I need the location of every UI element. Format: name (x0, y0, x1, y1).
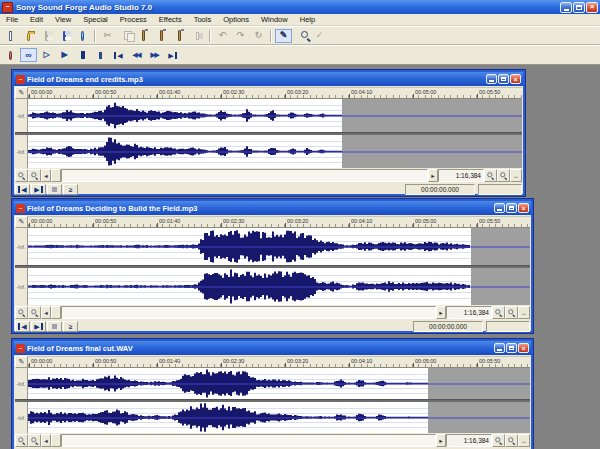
go-to-start-button[interactable]: ◀ (110, 48, 127, 62)
scroll-left-button[interactable]: ◄ (41, 169, 51, 182)
zoom-in-button[interactable] (505, 434, 518, 447)
apply-button[interactable]: ✓ (311, 29, 328, 43)
paste-special-button[interactable] (153, 29, 170, 43)
go-to-start-button[interactable]: ◀ (15, 321, 30, 332)
time-ruler[interactable]: 00:00:0000:00:5000:01:4000:02:3000:03:20… (28, 87, 522, 99)
save-file-button[interactable] (38, 29, 55, 43)
waveform-track[interactable] (28, 99, 522, 132)
loop-playback-button[interactable]: ∞ (20, 48, 37, 62)
forward-button[interactable]: ▶▶ (146, 48, 163, 62)
window-titlebar[interactable]: ~Field of Dreams Deciding to Build the F… (14, 201, 531, 215)
zoom-in-time-button[interactable] (28, 169, 41, 182)
zoom-out-button[interactable] (492, 306, 505, 319)
fit-width-button[interactable]: ↔ (510, 169, 522, 182)
app-titlebar[interactable]: ~ Sony Sound Forge Audio Studio 7.0 × (0, 0, 600, 14)
play-button[interactable]: ▶ (56, 48, 73, 62)
horizontal-scrollbar[interactable] (61, 434, 436, 447)
fit-width-button[interactable]: ↔ (518, 306, 530, 319)
zoom-ratio-display[interactable]: 1:16,384 (446, 306, 492, 319)
menu-help[interactable]: Help (294, 15, 321, 24)
scroll-right-button[interactable]: ► (428, 169, 438, 182)
menu-process[interactable]: Process (114, 15, 153, 24)
zoom-in-button[interactable] (497, 169, 510, 182)
minimize-button[interactable] (560, 2, 572, 13)
scrollbar-thumb[interactable] (51, 434, 61, 447)
go-to-end-button[interactable]: ▶ (31, 184, 46, 195)
rewind-button[interactable]: ◀◀ (128, 48, 145, 62)
scroll-right-button[interactable]: ► (436, 306, 446, 319)
menu-view[interactable]: View (49, 15, 77, 24)
zoom-ratio-display[interactable]: 1:16,384 (446, 434, 492, 447)
scroll-left-button[interactable]: ◄ (41, 306, 51, 319)
minimize-button[interactable] (494, 203, 505, 213)
minimize-button[interactable] (486, 74, 497, 84)
edit-tool-selector-button[interactable]: ✎ (15, 356, 28, 368)
paste-button[interactable] (135, 29, 152, 43)
edit-tool-button[interactable]: ✎ (275, 29, 292, 43)
menu-file[interactable]: File (0, 15, 24, 24)
zoom-out-time-button[interactable] (15, 434, 28, 447)
waveform-track[interactable] (28, 368, 530, 399)
edit-tool-selector-button[interactable]: ✎ (15, 216, 28, 228)
go-to-end-button[interactable]: ▶ (31, 321, 46, 332)
menu-special[interactable]: Special (77, 15, 114, 24)
menu-edit[interactable]: Edit (24, 15, 49, 24)
zoom-out-time-button[interactable] (15, 169, 28, 182)
menu-window[interactable]: Window (255, 15, 294, 24)
menu-tools[interactable]: Tools (188, 15, 218, 24)
zoom-out-time-button[interactable] (15, 306, 28, 319)
horizontal-scrollbar[interactable] (61, 169, 428, 182)
edit-tool-selector-button[interactable]: ✎ (15, 87, 28, 99)
stop-button[interactable] (47, 184, 62, 195)
undo-button[interactable]: ↶ (214, 29, 231, 43)
maximize-button[interactable] (498, 74, 509, 84)
window-titlebar[interactable]: ~Field of Dreams end credits.mp3× (14, 72, 523, 86)
scrollbar-thumb[interactable] (51, 169, 61, 182)
save-all-button[interactable] (56, 29, 73, 43)
zoom-in-button[interactable] (505, 306, 518, 319)
play-normal-button[interactable]: ≥ (63, 321, 78, 332)
play-normal-button[interactable]: ≥ (63, 184, 78, 195)
close-button[interactable]: × (518, 343, 529, 353)
play-all-button[interactable]: ▷ (38, 48, 55, 62)
menu-options[interactable]: Options (217, 15, 255, 24)
go-to-end-button[interactable]: ▶ (164, 48, 181, 62)
waveform-track[interactable] (28, 402, 530, 433)
stop-button[interactable] (92, 48, 109, 62)
minimize-button[interactable] (494, 343, 505, 353)
copy-button[interactable] (117, 29, 134, 43)
stop-button[interactable] (47, 321, 62, 332)
zoom-in-time-button[interactable] (28, 434, 41, 447)
maximize-button[interactable] (506, 203, 517, 213)
waveform-track[interactable] (28, 135, 522, 168)
time-ruler[interactable]: 00:00:0000:00:5000:01:4000:02:3000:03:20… (28, 216, 530, 228)
waveform-track[interactable] (28, 228, 530, 265)
scrollbar-thumb[interactable] (51, 306, 61, 319)
go-to-start-button[interactable]: ◀ (15, 184, 30, 195)
mix-button[interactable] (171, 29, 188, 43)
zoom-ratio-display[interactable]: 1:16,384 (438, 169, 484, 182)
fit-width-button[interactable]: ↔ (518, 434, 530, 447)
close-button[interactable]: × (586, 2, 598, 13)
close-button[interactable]: × (510, 74, 521, 84)
scroll-right-button[interactable]: ► (436, 434, 446, 447)
menu-effects[interactable]: Effects (153, 15, 188, 24)
redo-button[interactable]: ↷ (232, 29, 249, 43)
close-button[interactable]: × (518, 203, 529, 213)
zoom-in-time-button[interactable] (28, 306, 41, 319)
record-button[interactable] (2, 48, 19, 62)
magnify-tool-button[interactable] (293, 29, 310, 43)
scroll-left-button[interactable]: ◄ (41, 434, 51, 447)
waveform-track[interactable] (28, 268, 530, 305)
horizontal-scrollbar[interactable] (61, 306, 436, 319)
repeat-button[interactable]: ↻ (250, 29, 267, 43)
maximize-button[interactable] (506, 343, 517, 353)
publish-button[interactable] (74, 29, 91, 43)
restore-button[interactable] (573, 2, 585, 13)
zoom-out-button[interactable] (492, 434, 505, 447)
pause-button[interactable] (74, 48, 91, 62)
cut-button[interactable]: ✂ (99, 29, 116, 43)
time-ruler[interactable]: 00:00:0000:00:5000:01:4000:02:3000:03:20… (28, 356, 530, 368)
new-file-button[interactable] (2, 29, 19, 43)
window-titlebar[interactable]: ~Field of Dreams final cut.WAV× (14, 341, 531, 355)
